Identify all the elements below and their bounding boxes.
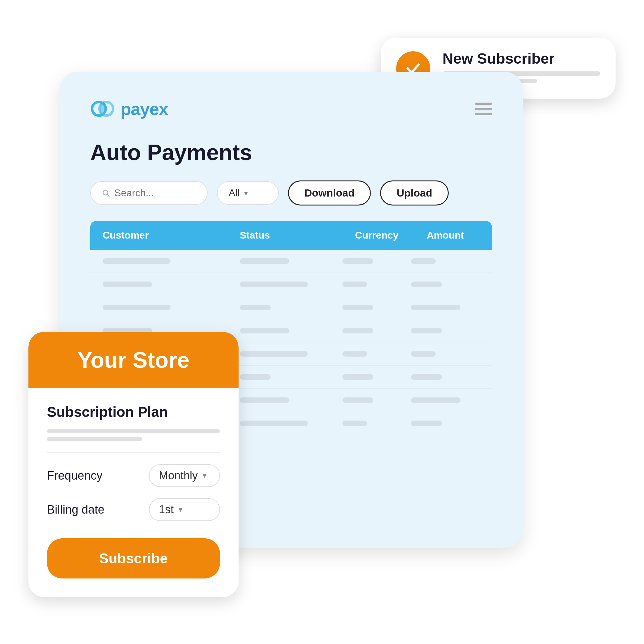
table-cell: [342, 282, 411, 287]
notification-title: New Subscriber: [443, 50, 600, 67]
frequency-row: Frequency Monthly ▾: [47, 464, 220, 487]
skeleton-line: [240, 258, 289, 264]
skeleton-line: [342, 305, 373, 310]
store-title: Your Store: [47, 347, 220, 373]
table-row: [90, 273, 492, 296]
filter-chevron-icon: ▾: [244, 189, 248, 197]
table-cell: [411, 374, 480, 380]
skeleton-line: [103, 282, 152, 287]
table-cell: [240, 397, 343, 403]
skeleton-line: [103, 305, 171, 310]
table-cell: [240, 351, 343, 357]
divider: [47, 452, 220, 453]
skeleton-line: [342, 374, 373, 380]
skeleton-line: [411, 282, 442, 287]
app-name: payex: [121, 99, 168, 119]
skeleton-line: [411, 328, 442, 333]
skeleton-line: [342, 421, 367, 426]
frequency-select[interactable]: Monthly ▾: [149, 464, 220, 487]
skeleton-line: [240, 351, 308, 357]
dashboard-header: payex: [90, 96, 492, 121]
frequency-label: Frequency: [47, 469, 103, 482]
table-row: [90, 250, 492, 273]
table-cell: [342, 258, 411, 264]
skeleton-line: [411, 351, 436, 357]
store-card-header: Your Store: [28, 332, 239, 388]
search-input[interactable]: [114, 187, 196, 199]
download-button[interactable]: Download: [288, 180, 371, 205]
store-card: Your Store Subscription Plan Frequency M…: [28, 332, 239, 597]
subscription-plan-title: Subscription Plan: [47, 404, 220, 420]
billing-date-select[interactable]: 1st ▾: [149, 498, 220, 521]
table-cell: [411, 282, 480, 287]
billing-date-chevron-icon: ▾: [179, 505, 182, 514]
skeleton-line: [342, 351, 367, 357]
table-cell: [240, 258, 343, 264]
table-cell: [240, 282, 343, 287]
payex-logo-icon: [90, 96, 115, 121]
search-wrapper[interactable]: [90, 181, 208, 205]
upload-button[interactable]: Upload: [380, 180, 448, 205]
menu-icon[interactable]: [475, 103, 492, 115]
col-customer: Customer: [103, 230, 240, 241]
page-title: Auto Payments: [90, 140, 492, 165]
toolbar: All ▾ Download Upload: [90, 180, 492, 205]
plan-skeleton-1: [47, 429, 220, 433]
skeleton-line: [103, 258, 171, 264]
table-cell: [240, 421, 343, 426]
skeleton-line: [342, 328, 373, 333]
table-cell: [342, 328, 411, 333]
table-cell: [411, 351, 480, 357]
filter-select[interactable]: All ▾: [217, 181, 279, 205]
skeleton-line: [240, 421, 308, 426]
table-cell: [411, 258, 480, 264]
table-cell: [103, 282, 240, 287]
plan-skeleton-2: [47, 437, 142, 441]
skeleton-line: [411, 421, 442, 426]
table-cell: [411, 421, 480, 426]
table-cell: [103, 305, 240, 310]
skeleton-line: [240, 328, 289, 333]
skeleton-line: [411, 397, 460, 403]
col-currency: Currency: [342, 230, 411, 241]
col-status: Status: [240, 230, 343, 241]
table-header: Customer Status Currency Amount: [90, 221, 492, 250]
skeleton-line: [240, 397, 289, 403]
table-cell: [342, 421, 411, 426]
svg-line-4: [107, 194, 109, 196]
table-cell: [342, 397, 411, 403]
store-card-body: Subscription Plan Frequency Monthly ▾ Bi…: [28, 388, 239, 597]
billing-date-row: Billing date 1st ▾: [47, 498, 220, 521]
table-cell: [342, 374, 411, 380]
skeleton-line: [411, 258, 436, 264]
skeleton-line: [411, 305, 460, 310]
search-icon: [102, 189, 110, 198]
skeleton-line: [342, 282, 367, 287]
col-amount: Amount: [411, 230, 480, 241]
skeleton-line: [240, 305, 271, 310]
table-cell: [342, 351, 411, 357]
table-cell: [240, 305, 343, 310]
skeleton-line: [411, 374, 442, 380]
skeleton-line: [342, 397, 373, 403]
skeleton-line: [240, 374, 271, 380]
table-cell: [103, 258, 240, 264]
table-cell: [411, 305, 480, 310]
svg-point-2: [100, 103, 106, 115]
skeleton-line: [240, 282, 308, 287]
subscribe-button[interactable]: Subscribe: [47, 538, 220, 578]
table-cell: [240, 328, 343, 333]
table-cell: [240, 374, 343, 380]
table-row: [90, 296, 492, 319]
table-cell: [342, 305, 411, 310]
table-cell: [411, 328, 480, 333]
table-cell: [411, 397, 480, 403]
frequency-chevron-icon: ▾: [203, 471, 206, 480]
billing-date-label: Billing date: [47, 503, 104, 516]
skeleton-line: [342, 258, 373, 264]
logo-area: payex: [90, 96, 168, 121]
